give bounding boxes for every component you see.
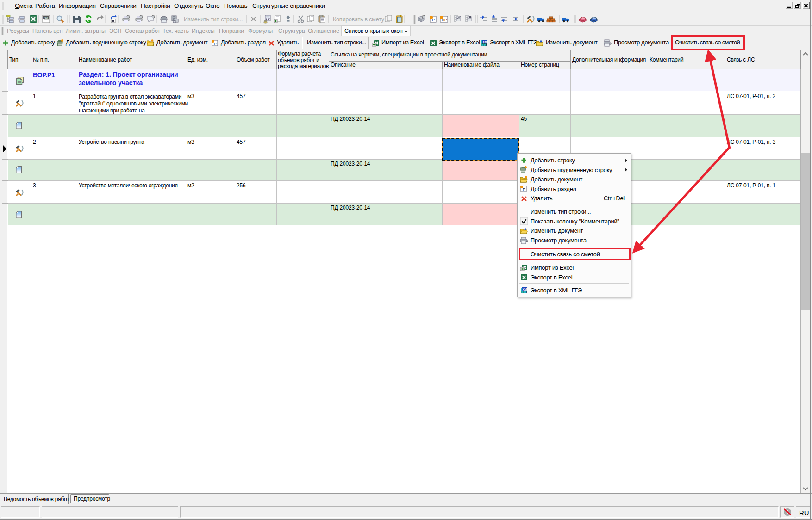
- svg-text:Изменить тип строки...: Изменить тип строки...: [184, 16, 243, 23]
- svg-text:Копировать в смету: Копировать в смету: [333, 16, 385, 23]
- svg-text:PDF: PDF: [44, 16, 49, 19]
- svg-text:ПР: ПР: [442, 18, 447, 22]
- svg-text:P: P: [432, 18, 435, 22]
